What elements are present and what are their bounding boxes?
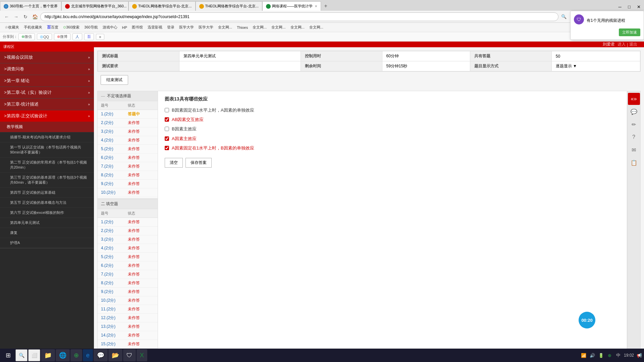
sidebar-item-section6[interactable]: 第六节 正交试验excel模板的制作 — [0, 208, 94, 218]
tab-theol1[interactable]: THEOL网络教学综合平台-北京... — [128, 1, 196, 11]
q-row-s2-15[interactable]: 15.(2分)未作答 — [98, 340, 158, 349]
q-row-s2-14[interactable]: 14.(2分)未作答 — [98, 331, 158, 340]
q-row-s2-5[interactable]: 5.(2分)未作答 — [98, 253, 158, 261]
q-row-s2-7[interactable]: 7.(2分)未作答 — [98, 270, 158, 279]
sidebar-item-section1[interactable]: 第一节 认识正交试验（本节包话两个视频共90min请不要漏看） — [0, 142, 94, 158]
q-row-s2-6[interactable]: 6.(2分)未作答 — [98, 261, 158, 270]
q-row-s1-1[interactable]: 1.(2分) 答题中 — [98, 110, 158, 119]
tab-close-wljk[interactable]: ✕ — [315, 4, 317, 8]
taskbar-app-windefender[interactable]: 🛡 — [123, 349, 136, 361]
enter-link[interactable]: 进入 — [618, 42, 626, 47]
sidebar-item-exam-intro[interactable]: 插播节-期末考试内容与考试要求介绍 — [0, 132, 94, 142]
address-bar[interactable] — [40, 12, 558, 21]
q-row-s2-9[interactable]: 9.(2分)未作答 — [98, 288, 158, 296]
taskbar-network-icon[interactable]: 📶 — [580, 352, 587, 359]
zoom-icon[interactable]: 🔍 — [560, 13, 568, 21]
option-label-5[interactable]: A因素固定在1水平上时，B因素的单独效应 — [172, 145, 254, 151]
sidebar-item-section3[interactable]: 第三节 正交试验的基本原理（本节包括3个视频共60min，请不要漏看） — [0, 173, 94, 188]
taskbar-app-explorer[interactable]: 📂 — [108, 349, 122, 361]
option-label-3[interactable]: B因素主效应 — [172, 126, 197, 132]
sidebar-header-video-conf[interactable]: >视频会议回放 » — [0, 52, 94, 63]
clear-button[interactable]: 清空 — [165, 158, 183, 168]
sidebar-header-ch2[interactable]: >第二章-试（实）验设计 » — [0, 87, 94, 98]
share-baidu2[interactable]: 百 — [84, 33, 94, 40]
sidebar-header-ch3[interactable]: >第三章-统计描述 » — [0, 99, 94, 110]
q-row-s2-3[interactable]: 3.(2分)未作答 — [98, 235, 158, 244]
notification-add-speed-button[interactable]: 立即加速 — [619, 28, 640, 36]
taskbar-app-folder[interactable]: 📁 — [41, 349, 55, 361]
bookmark-quanwen1[interactable]: 全文网... — [216, 24, 234, 31]
taskbar-app-excel[interactable]: X — [137, 349, 147, 361]
taskbar-app-browser[interactable]: 🌐 — [56, 349, 70, 361]
close-button[interactable]: ✕ — [635, 3, 643, 11]
option-checkbox-1[interactable] — [165, 108, 169, 112]
share-wechat[interactable]: ⊕ 微信 — [18, 33, 35, 40]
taskbar-app-360[interactable]: ⊕ — [70, 349, 82, 361]
share-weibo[interactable]: ⊗ 微博 — [54, 33, 70, 40]
bookmark-360search[interactable]: ⊙ 360搜索 — [61, 24, 82, 31]
bookmark-thego[interactable]: 医学大学 — [197, 24, 215, 31]
end-test-button[interactable]: 结束测试 — [101, 75, 128, 85]
bookmark-login[interactable]: 登录 — [165, 24, 176, 31]
q-row-s2-10[interactable]: 10.(2分)未作答 — [98, 296, 158, 305]
option-label-1[interactable]: B因素固定在1水平上时，A因素的单独效应 — [172, 107, 254, 113]
q-row-s1-9[interactable]: 9.(2分)未作答 — [98, 180, 158, 188]
option-checkbox-2[interactable] — [165, 117, 169, 122]
share-qq[interactable]: ◎ QQ — [37, 34, 52, 40]
bookmark-library[interactable]: 图书馆 — [130, 24, 145, 31]
sidebar-header-survey[interactable]: >调查问卷 » — [0, 63, 94, 75]
tab-bj[interactable]: 北京城市学院网络教学平台_360... — [61, 1, 128, 11]
bookmark-mobile[interactable]: 手机收藏夹 — [22, 24, 44, 31]
right-panel-icon-notes[interactable]: 📋 — [628, 157, 640, 169]
q-row-s2-2[interactable]: 2.(2分)未作答 — [98, 227, 158, 235]
q-row-s1-2[interactable]: 2.(2分)未作答 — [98, 119, 158, 127]
sidebar-item-section4[interactable]: 第四节 正交试验的运算基础 — [0, 188, 94, 198]
q-row-s1-8[interactable]: 8.(2分)未作答 — [98, 171, 158, 180]
forward-button[interactable]: → — [12, 13, 20, 21]
option-label-2[interactable]: AB因素交互效应 — [172, 117, 204, 123]
task-view-button[interactable]: ⬜ — [28, 349, 40, 361]
minimize-button[interactable]: ─ — [616, 3, 624, 11]
q-row-s1-10[interactable]: 10.(2分)未作答 — [98, 188, 158, 197]
bookmark-thioes[interactable]: Thioes — [235, 25, 250, 30]
sidebar-item-kangfu[interactable]: 康复 — [0, 228, 94, 238]
right-panel-icon-expand[interactable]: «» — [628, 93, 640, 105]
tab-add-button[interactable]: + — [321, 1, 330, 11]
taskbar-app-msg[interactable]: 💬 — [94, 349, 108, 361]
bookmark-quanwen5[interactable]: 全文网... — [307, 24, 325, 31]
taskbar-action-center-icon[interactable]: 📢 — [636, 352, 643, 359]
right-panel-icon-mail[interactable]: ✉ — [628, 144, 640, 156]
bookmark-quanwen2[interactable]: 全文网... — [251, 24, 269, 31]
option-checkbox-3[interactable] — [165, 127, 169, 131]
sidebar-header-ch1[interactable]: >第一章 绪论 » — [0, 75, 94, 86]
right-panel-icon-help[interactable]: ? — [628, 131, 640, 143]
q-row-s2-12[interactable]: 12.(2分)未作答 — [98, 314, 158, 322]
back-button[interactable]: ← — [3, 13, 11, 21]
bookmark-quanwen3[interactable]: 全文网... — [269, 24, 287, 31]
bookmark-game[interactable]: 游戏中心 — [101, 24, 119, 31]
sidebar-item-huli[interactable]: 护理A — [0, 238, 94, 248]
bookmark-quanwen4[interactable]: 全文网... — [288, 24, 307, 31]
refresh-button[interactable]: ↻ — [21, 13, 30, 21]
tab-360[interactable]: 360导航-一个主页，整个世界 — [0, 1, 61, 11]
q-row-s2-13[interactable]: 13.(2分)未作答 — [98, 322, 158, 331]
right-panel-icon-chat[interactable]: 💬 — [628, 106, 640, 118]
save-answer-button[interactable]: 保存答案 — [185, 158, 212, 168]
sidebar-item-unit-test[interactable]: 第四单元单元测试 — [0, 218, 94, 228]
taskbar-speaker-icon[interactable]: 🔊 — [589, 352, 596, 359]
taskbar-app-ie[interactable]: e — [83, 349, 93, 361]
taskbar-360shield-icon[interactable]: ⊕ — [606, 352, 613, 359]
bookmark-hp[interactable]: HP — [120, 25, 129, 30]
q-row-s1-6[interactable]: 6.(2分)未作答 — [98, 154, 158, 162]
sidebar-item-section5[interactable]: 第五节 正交试验的基本概念与方法 — [0, 198, 94, 208]
q-row-s1-7[interactable]: 7.(2分)未作答 — [98, 162, 158, 171]
q-row-s1-3[interactable]: 3.(2分)未作答 — [98, 127, 158, 136]
taskbar-china-icon[interactable]: 中 — [615, 352, 622, 359]
share-more[interactable]: ≡ — [96, 34, 104, 40]
q-row-s2-8[interactable]: 8.(2分)未作答 — [98, 279, 158, 288]
q-row-s2-4[interactable]: 4.(2分)未作答 — [98, 244, 158, 253]
maximize-button[interactable]: □ — [625, 3, 633, 11]
q-row-s1-5[interactable]: 5.(2分)未作答 — [98, 145, 158, 154]
option-checkbox-4[interactable] — [165, 136, 169, 141]
exit-link[interactable]: 退出 — [629, 42, 637, 47]
